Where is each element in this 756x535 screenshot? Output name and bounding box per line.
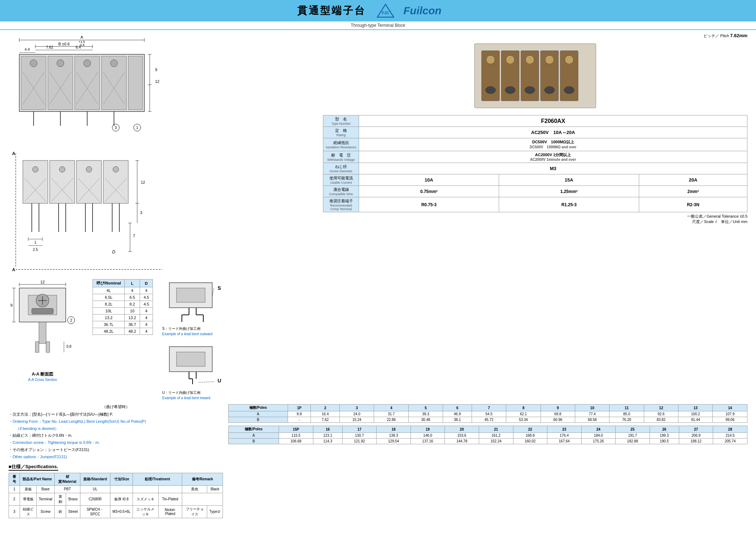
nominal-row: 8.2L8.24.5 — [93, 301, 153, 308]
svg-text:12: 12 — [155, 79, 159, 84]
svg-point-25 — [30, 60, 37, 67]
ordering-text: ・注文方法：[型名]―[リード長]L―[面付寸法]S/U―[極数] P. ・Or… — [9, 411, 223, 461]
svg-point-60 — [113, 167, 119, 172]
svg-text:1: 1 — [34, 241, 36, 244]
parts-size-header: 寸法/Size — [110, 473, 133, 485]
parts-standard-header: 規格/Standard — [80, 473, 110, 485]
svg-text:9: 9 — [155, 68, 157, 72]
pitch-note: ピッチ／ Pitch 7.62mm — [323, 33, 747, 39]
nominal-row: 10L104 — [93, 308, 153, 314]
nominal-table: 呼び/Nominal L D 4L446.5L6.54.58.2L8.24.51… — [93, 279, 153, 335]
svg-text:1: 1 — [136, 125, 138, 130]
svg-text:6.4: 6.4 — [76, 45, 81, 49]
svg-point-108 — [505, 86, 515, 94]
page-header: 貫通型端子台 FJC Fuilcon — [0, 0, 756, 21]
bent-s-svg: S — [162, 279, 234, 326]
nominal-row: 6.5L6.54.5 — [93, 294, 153, 301]
svg-text:A: A — [80, 35, 83, 39]
svg-text:12: 12 — [141, 180, 145, 184]
nominal-table-area: 呼び/Nominal L D 4L446.5L6.54.58.2L8.24.51… — [93, 279, 157, 335]
svg-text:7: 7 — [133, 234, 135, 238]
svg-rect-128 — [46, 342, 50, 352]
svg-point-110 — [544, 86, 554, 94]
fujicon-logo: Fuilcon — [402, 4, 459, 17]
subtitle: Through-type Terminal Block — [0, 21, 756, 30]
side-view-diagram: A — [9, 146, 166, 275]
cross-section-diagram: 12 9 — [9, 279, 87, 393]
d-header: D — [140, 279, 153, 287]
bent-u-svg: U — [162, 343, 234, 390]
svg-line-152 — [198, 382, 214, 382]
svg-point-107 — [486, 86, 496, 94]
svg-rect-24 — [128, 56, 143, 110]
svg-text:B ±0.6: B ±0.6 — [58, 42, 70, 46]
poles-table-2: 極数/Poles15P16171819202122232425262728 A1… — [228, 426, 747, 444]
svg-text:3: 3 — [140, 210, 142, 215]
spec-table: 型 名 Type Number F2060AX 定 格 Rating AC250… — [323, 115, 747, 212]
svg-rect-125 — [32, 308, 53, 314]
right-specs: ピッチ／ Pitch 7.62mm — [323, 33, 747, 224]
page-title: 貫通型端子台 — [297, 4, 366, 18]
svg-point-59 — [86, 167, 92, 172]
svg-text:U: U — [218, 378, 221, 383]
parts-name-header: 部品名/Part Name — [20, 473, 54, 485]
svg-text:9: 9 — [10, 303, 13, 307]
svg-text:D: D — [112, 249, 115, 254]
svg-text:7.62: 7.62 — [46, 45, 53, 49]
nominal-row: 4L44 — [93, 287, 153, 294]
svg-text:3: 3 — [115, 125, 117, 130]
svg-text:A-A 断面図: A-A 断面図 — [32, 372, 53, 377]
left-diagrams: A +1.5 -0.5 B ±0.6 4.4 7.62 6.4 — [9, 33, 316, 276]
parts-no-header: 番号 — [9, 473, 20, 485]
svg-text:A: A — [12, 151, 15, 156]
nominal-row: 48.2L48.24 — [93, 328, 153, 335]
fjc-logo: FJC — [377, 4, 394, 18]
svg-point-58 — [59, 167, 65, 172]
svg-text:S: S — [218, 285, 221, 291]
svg-point-111 — [564, 86, 574, 94]
nominal-row: 13.213.24 — [93, 314, 153, 321]
parts-remark-header: 備考/Remark — [182, 473, 223, 485]
svg-text:0.8: 0.8 — [66, 345, 71, 348]
svg-point-57 — [33, 167, 38, 172]
svg-rect-146 — [176, 352, 205, 366]
svg-text:A: A — [12, 267, 15, 272]
svg-point-26 — [57, 60, 64, 67]
svg-point-106 — [565, 55, 573, 64]
svg-point-104 — [526, 55, 534, 64]
svg-text:A-A Cross Section: A-A Cross Section — [28, 378, 57, 382]
svg-rect-136 — [176, 288, 205, 302]
parts-treatment-header: 処理/Treatment — [133, 473, 182, 485]
svg-point-27 — [84, 60, 91, 67]
svg-text:12: 12 — [40, 280, 45, 284]
svg-text:FJC: FJC — [382, 11, 389, 15]
poles-table-1: 極数/Poles1P234567891011121314 A8.816.424.… — [228, 404, 747, 423]
svg-point-103 — [506, 55, 514, 64]
poles-tables-area: 極数/Poles1P234567891011121314 A8.816.424.… — [228, 404, 747, 444]
svg-text:4.4: 4.4 — [25, 48, 30, 51]
spec-title: ■仕様／Specifications. — [9, 464, 58, 471]
parts-material-header: 材質/Material — [55, 473, 80, 485]
nominal-header: 呼び/Nominal — [93, 279, 125, 287]
tolerance-note: 一般公差／General Tolerance ±0.5 尺度／Scale √ 単… — [323, 214, 747, 224]
nominal-row: 36.7L36.74 — [93, 321, 153, 328]
parts-table: 番号 部品名/Part Name 材質/Material 規格/Standard… — [9, 473, 223, 518]
front-view-diagram: A +1.5 -0.5 B ±0.6 4.4 7.62 6.4 — [9, 33, 166, 144]
parts-row-1: 1 基板 Base PBT UL 黒色 Black — [9, 485, 223, 493]
svg-text:2: 2 — [70, 318, 72, 322]
bent-u-example: U U：リード内曲げ加工例 Example of a lead bent inw… — [162, 343, 747, 400]
product-photo — [467, 40, 603, 112]
cross-section-area: 12 9 — [9, 279, 87, 394]
svg-rect-127 — [35, 342, 39, 352]
svg-point-28 — [110, 60, 118, 67]
svg-text:Fuilcon: Fuilcon — [403, 5, 442, 16]
l-header: L — [125, 279, 140, 287]
parts-row-2: 2 導電板 Terminal 黄銅 Brass C2680R 板厚 t0.8 ス… — [9, 493, 223, 505]
svg-point-109 — [525, 86, 535, 94]
parts-row-3: 3 結線ビス Screw 鉄 Streel SPWCH・SPCC M3×0.5×… — [9, 505, 223, 518]
svg-text:2.5: 2.5 — [33, 248, 38, 252]
svg-point-105 — [545, 55, 554, 64]
ordering-area: （曲げ希望時） ・注文方法：[型名]―[リード長]L―[面付寸法]S/U―[極数… — [9, 404, 223, 518]
svg-rect-126 — [39, 322, 46, 343]
ordering-title: （曲げ希望時） — [9, 404, 223, 410]
